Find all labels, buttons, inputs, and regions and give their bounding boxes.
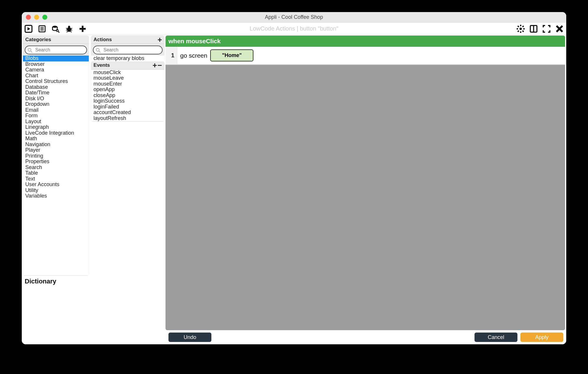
step-content: go screen"Home" [177, 49, 253, 61]
event-item[interactable]: openApp [91, 87, 164, 93]
undo-button[interactable]: Undo [168, 333, 211, 342]
add-event-icon[interactable]: + [153, 61, 157, 69]
plus-icon[interactable] [78, 24, 87, 33]
svg-line-25 [518, 31, 519, 32]
actions-title: Actions [93, 37, 112, 43]
category-item[interactable]: Math [23, 136, 89, 142]
window-controls [26, 15, 47, 20]
event-item[interactable]: mouseLeave [91, 75, 164, 81]
event-item[interactable]: loginFailed [91, 104, 164, 110]
category-item[interactable]: User Accounts [23, 182, 89, 188]
actions-panel: Actions + clear temporary blobs [91, 36, 164, 61]
svg-line-32 [31, 51, 32, 53]
svg-line-26 [522, 26, 524, 27]
category-item[interactable]: Camera [23, 67, 89, 73]
category-item[interactable]: Player [23, 147, 89, 153]
search-icon [95, 47, 101, 53]
apply-button[interactable]: Apply [520, 333, 563, 342]
svg-line-23 [518, 26, 519, 27]
action-item[interactable]: clear temporary blobs [91, 56, 164, 61]
svg-point-6 [56, 29, 58, 31]
event-item[interactable]: closeApp [91, 93, 164, 98]
cancel-button[interactable]: Cancel [475, 333, 517, 342]
category-item[interactable]: Linegraph [23, 124, 89, 130]
category-item[interactable]: Database [23, 84, 89, 90]
events-panel: Events + − mouseClickmouseLeavemouseEnte… [91, 61, 164, 121]
categories-panel: Categories BlobsBrowserCameraChartContro… [23, 36, 89, 275]
category-item[interactable]: Date/Time [23, 90, 89, 96]
list-icon[interactable] [38, 24, 46, 33]
category-item[interactable]: Disk I/O [23, 96, 89, 102]
category-item[interactable]: LiveCode Integration [23, 130, 89, 136]
event-item[interactable]: mouseEnter [91, 81, 164, 87]
left-column: Categories BlobsBrowserCameraChartContro… [22, 35, 166, 344]
workflow-canvas: when mouseClick 1go screen"Home" Undo Ca… [166, 35, 566, 344]
svg-line-34 [99, 51, 101, 53]
svg-line-12 [66, 30, 68, 30]
add-action-icon[interactable]: + [158, 36, 162, 44]
categories-title: Categories [25, 37, 51, 43]
event-item[interactable]: accountCreated [91, 110, 164, 116]
category-item[interactable]: Email [23, 107, 89, 113]
category-item[interactable]: Table [23, 170, 89, 176]
svg-point-33 [96, 48, 99, 51]
svg-line-15 [71, 31, 72, 32]
split-view-icon[interactable] [529, 24, 538, 33]
dictionary-title: Dictionary [22, 275, 166, 288]
category-item[interactable]: Browser [23, 61, 89, 67]
category-item[interactable]: Text [23, 176, 89, 182]
search-icon [27, 47, 33, 53]
close-window-icon[interactable] [26, 15, 31, 20]
events-title: Events [93, 62, 110, 68]
category-item[interactable]: Blobs [23, 56, 89, 61]
categories-search-input[interactable] [25, 46, 87, 54]
database-search-icon[interactable] [51, 24, 60, 33]
workflow-empty-area[interactable] [166, 65, 565, 330]
actions-search-input[interactable] [93, 46, 163, 54]
category-item[interactable]: Control Structures [23, 79, 89, 84]
category-item[interactable]: Navigation [23, 142, 89, 148]
workflow-body: 1go screen"Home" [166, 47, 565, 65]
event-item[interactable]: mouseClick [91, 70, 164, 76]
workflow-step[interactable]: 1go screen"Home" [166, 47, 565, 64]
footer: Undo Cancel Apply [166, 330, 566, 344]
bug-icon[interactable] [65, 24, 74, 33]
category-item[interactable]: Dropdown [23, 101, 89, 107]
category-item[interactable]: Utility [23, 188, 89, 193]
svg-line-13 [71, 30, 72, 30]
svg-point-5 [53, 26, 57, 28]
fullscreen-window-icon[interactable] [42, 15, 47, 20]
category-item[interactable]: Chart [23, 73, 89, 79]
category-item[interactable]: Form [23, 113, 89, 119]
breadcrumb: LowCode Actions | button "button" [22, 25, 566, 32]
app-window: Appli - Cool Coffee Shop LowCode Actions… [22, 12, 566, 344]
close-icon[interactable] [555, 24, 564, 33]
fullscreen-icon[interactable] [542, 24, 551, 33]
categories-list: BlobsBrowserCameraChartControl Structure… [23, 56, 89, 275]
workflow-header: when mouseClick [166, 36, 565, 47]
window-title: Appli - Cool Coffee Shop [22, 14, 566, 20]
svg-line-10 [66, 28, 68, 29]
svg-line-11 [71, 28, 72, 29]
svg-line-14 [67, 31, 68, 32]
svg-line-7 [58, 31, 59, 32]
play-icon[interactable] [24, 24, 33, 33]
remove-event-icon[interactable]: − [158, 61, 162, 69]
titlebar: Appli - Cool Coffee Shop [22, 12, 566, 23]
category-item[interactable]: Search [23, 165, 89, 171]
events-list: mouseClickmouseLeavemouseEnteropenAppclo… [91, 70, 164, 121]
event-item[interactable]: layoutRefresh [91, 116, 164, 121]
category-item[interactable]: Variables [23, 193, 89, 199]
event-item[interactable]: loginSuccess [91, 98, 164, 104]
category-item[interactable]: Printing [23, 153, 89, 159]
step-number: 1 [166, 47, 177, 64]
category-item[interactable]: Layout [23, 119, 89, 125]
actions-list: clear temporary blobs [91, 56, 164, 61]
toolbar: LowCode Actions | button "button" [22, 23, 566, 35]
step-param-chip[interactable]: "Home" [210, 49, 253, 61]
svg-point-9 [68, 26, 70, 28]
minimize-window-icon[interactable] [34, 15, 39, 20]
category-item[interactable]: Properties [23, 159, 89, 165]
gear-icon[interactable] [516, 24, 525, 33]
step-action-label: go screen [180, 52, 207, 59]
